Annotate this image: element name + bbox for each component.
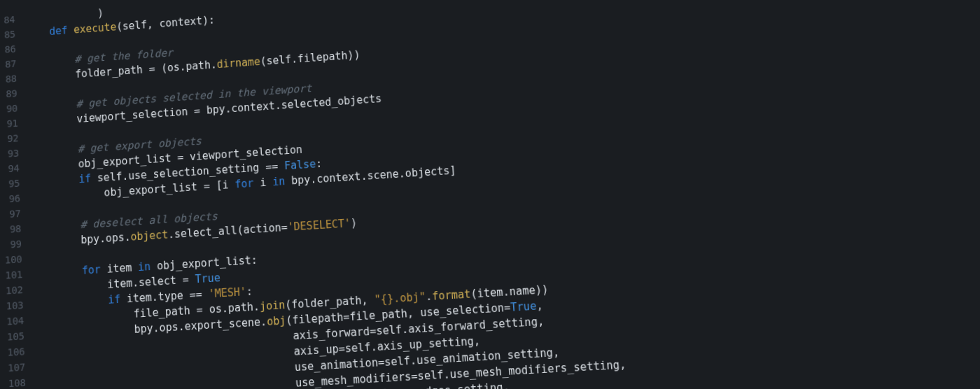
code-token: obj bbox=[267, 314, 286, 328]
line-number: 93 bbox=[1, 146, 20, 162]
code-token: [i bbox=[216, 178, 235, 192]
code-token: (os.path. bbox=[161, 59, 217, 75]
line-number: 88 bbox=[0, 71, 17, 87]
line-number: 94 bbox=[1, 160, 20, 176]
line-number: 104 bbox=[6, 313, 24, 330]
line-number: 102 bbox=[5, 282, 23, 298]
line-number: 105 bbox=[6, 328, 24, 345]
code-token: format bbox=[432, 288, 471, 303]
line-number: 85 bbox=[0, 27, 15, 43]
code-token: == bbox=[189, 288, 209, 302]
line-number: 99 bbox=[4, 236, 22, 253]
line-number: 106 bbox=[7, 344, 25, 360]
code-token: = bbox=[194, 104, 207, 118]
code-token: in bbox=[272, 175, 292, 189]
line-number: 98 bbox=[4, 221, 22, 237]
code-token: i bbox=[260, 176, 273, 189]
code-editor[interactable]: 8485868788899091929394959697989910010110… bbox=[0, 0, 980, 389]
code-token: dirname bbox=[216, 55, 260, 71]
code-token: False bbox=[284, 157, 316, 172]
code-token: (action= bbox=[237, 221, 288, 236]
code-token: = bbox=[177, 150, 190, 164]
code-token: "{}.obj" bbox=[374, 290, 426, 306]
line-number: 92 bbox=[1, 131, 19, 147]
line-number: 95 bbox=[2, 176, 20, 192]
code-token bbox=[31, 218, 80, 234]
code-token: == bbox=[265, 160, 285, 174]
code-token: , bbox=[536, 299, 544, 313]
code-token: in bbox=[138, 260, 158, 274]
code-token: if bbox=[78, 172, 97, 185]
code-token: 'MESH' bbox=[208, 285, 246, 300]
code-token: = bbox=[182, 273, 195, 286]
code-token bbox=[24, 26, 49, 40]
code-token: = bbox=[148, 62, 161, 76]
line-number: 107 bbox=[7, 359, 25, 376]
line-number: 103 bbox=[6, 297, 24, 314]
code-area[interactable]: ) def execute(self, context): # get the … bbox=[20, 0, 980, 389]
code-token: os.path. bbox=[209, 300, 260, 316]
code-token: select_all bbox=[174, 224, 237, 241]
code-token: if bbox=[108, 292, 127, 306]
code-token bbox=[26, 53, 75, 69]
line-number: 101 bbox=[5, 267, 23, 283]
code-token: 'DESELECT' bbox=[287, 217, 351, 234]
line-number: 90 bbox=[0, 101, 18, 117]
line-number: 96 bbox=[2, 191, 20, 207]
line-number: 97 bbox=[3, 206, 21, 222]
code-token bbox=[29, 173, 79, 188]
line-number: 86 bbox=[0, 41, 16, 57]
code-token: for bbox=[234, 176, 260, 190]
code-token: : bbox=[246, 285, 253, 298]
code-token: True bbox=[510, 299, 537, 314]
code-token bbox=[28, 143, 78, 158]
line-number: 91 bbox=[0, 115, 18, 132]
code-token: = bbox=[203, 180, 216, 193]
code-token: for bbox=[82, 263, 107, 277]
code-token: = bbox=[196, 303, 209, 316]
code-token: : bbox=[316, 157, 323, 170]
line-number: 100 bbox=[4, 251, 22, 267]
code-token: object bbox=[130, 228, 168, 243]
code-token: item bbox=[106, 261, 138, 276]
code-token: def bbox=[49, 24, 74, 38]
line-number: 87 bbox=[0, 56, 17, 72]
line-number: 108 bbox=[8, 375, 26, 389]
line-number: 89 bbox=[0, 86, 18, 102]
code-token: ) bbox=[351, 217, 358, 230]
code-token: True bbox=[195, 271, 220, 285]
code-token: execute bbox=[74, 21, 117, 36]
code-token: join bbox=[260, 299, 286, 313]
code-token bbox=[32, 264, 83, 280]
line-number: 84 bbox=[0, 12, 15, 28]
code-token bbox=[27, 98, 77, 113]
